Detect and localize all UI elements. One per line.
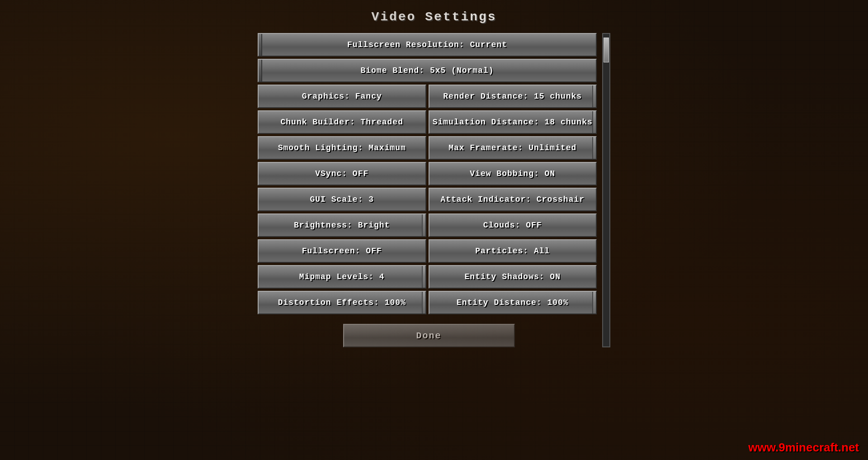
gui-attack-row: GUI Scale: 3 Attack Indicator: Crosshair — [258, 188, 597, 211]
distortion-slider — [422, 292, 425, 313]
fullscreen-resolution-row: Fullscreen Resolution: Current — [258, 33, 597, 57]
biome-blend-row: Biome Blend: 5x5 (Normal) — [258, 59, 597, 82]
view-bobbing-button[interactable]: View Bobbing: ON — [429, 162, 597, 185]
chunk-builder-button[interactable]: Chunk Builder: Threaded — [258, 110, 426, 134]
vsync-button[interactable]: VSync: OFF — [258, 162, 426, 185]
gui-scale-button[interactable]: GUI Scale: 3 — [258, 188, 426, 211]
simulation-distance-button[interactable]: Simulation Distance: 18 chunks — [429, 110, 597, 134]
distortion-effects-button[interactable]: Distortion Effects: 100% — [258, 291, 426, 314]
fullscreen-button[interactable]: Fullscreen: OFF — [258, 239, 426, 263]
chunk-simulation-row: Chunk Builder: Threaded Simulation Dista… — [258, 110, 597, 134]
scrollbar-handle[interactable] — [604, 38, 609, 62]
done-button[interactable]: Done — [343, 324, 515, 347]
scrollbar[interactable] — [602, 33, 610, 347]
watermark-text: www.9minecraft.net — [748, 441, 859, 454]
brightness-button[interactable]: Brightness: Bright — [258, 213, 426, 237]
simulation-distance-slider — [592, 111, 596, 133]
entity-shadows-button[interactable]: Entity Shadows: ON — [429, 265, 597, 289]
render-distance-slider — [592, 85, 596, 107]
mipmap-slider — [422, 266, 425, 288]
particles-button[interactable]: Particles: All — [429, 239, 597, 263]
graphics-render-row: Graphics: Fancy Render Distance: 15 chun… — [258, 85, 597, 108]
fullscreen-particles-row: Fullscreen: OFF Particles: All — [258, 239, 597, 263]
smooth-lighting-button[interactable]: Smooth Lighting: Maximum — [258, 136, 426, 160]
left-accent — [259, 34, 262, 56]
entity-distance-button[interactable]: Entity Distance: 100% — [429, 291, 597, 314]
clouds-button[interactable]: Clouds: OFF — [429, 213, 597, 237]
watermark: www.9minecraft.net — [748, 441, 859, 455]
mipmap-levels-button[interactable]: Mipmap Levels: 4 — [258, 265, 426, 289]
entity-distance-slider — [592, 292, 596, 313]
attack-indicator-button[interactable]: Attack Indicator: Crosshair — [429, 188, 597, 211]
max-framerate-button[interactable]: Max Framerate: Unlimited — [429, 136, 597, 160]
lighting-framerate-row: Smooth Lighting: Maximum Max Framerate: … — [258, 136, 597, 160]
max-framerate-slider — [592, 137, 596, 159]
graphics-button[interactable]: Graphics: Fancy — [258, 85, 426, 108]
settings-list: Fullscreen Resolution: Current Biome Ble… — [258, 33, 600, 347]
brightness-slider — [422, 214, 425, 236]
render-distance-button[interactable]: Render Distance: 15 chunks — [429, 85, 597, 108]
page-title: Video Settings — [371, 10, 496, 24]
vsync-bobbing-row: VSync: OFF View Bobbing: ON — [258, 162, 597, 185]
distortion-entity-row: Distortion Effects: 100% Entity Distance… — [258, 291, 597, 314]
left-accent-biome — [259, 60, 262, 81]
biome-blend-button[interactable]: Biome Blend: 5x5 (Normal) — [258, 59, 597, 82]
settings-wrapper: Fullscreen Resolution: Current Biome Ble… — [258, 33, 610, 347]
brightness-clouds-row: Brightness: Bright Clouds: OFF — [258, 213, 597, 237]
fullscreen-resolution-button[interactable]: Fullscreen Resolution: Current — [258, 33, 597, 57]
mipmap-shadows-row: Mipmap Levels: 4 Entity Shadows: ON — [258, 265, 597, 289]
